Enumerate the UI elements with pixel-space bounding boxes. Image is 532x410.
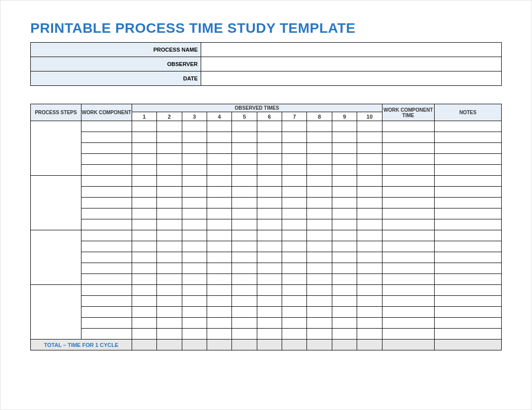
observed-time-cell[interactable] <box>232 176 257 187</box>
work-component-time-cell[interactable] <box>382 165 434 176</box>
observed-time-cell[interactable] <box>232 187 257 198</box>
observed-time-cell[interactable] <box>182 154 207 165</box>
observed-time-cell[interactable] <box>332 318 357 329</box>
observed-time-cell[interactable] <box>307 132 332 143</box>
observed-time-cell[interactable] <box>207 176 231 187</box>
process-step-cell[interactable] <box>31 176 81 230</box>
observed-time-cell[interactable] <box>257 121 282 132</box>
observed-time-cell[interactable] <box>232 230 257 241</box>
observed-time-cell[interactable] <box>132 176 156 187</box>
observed-time-cell[interactable] <box>182 208 207 219</box>
observed-time-cell[interactable] <box>132 252 156 263</box>
observed-time-cell[interactable] <box>207 274 231 285</box>
observed-time-cell[interactable] <box>257 274 282 285</box>
observed-time-cell[interactable] <box>232 307 257 318</box>
observed-time-cell[interactable] <box>157 165 182 176</box>
observed-time-cell[interactable] <box>182 296 207 307</box>
observed-time-cell[interactable] <box>257 329 282 340</box>
observed-time-cell[interactable] <box>132 198 156 208</box>
observed-time-cell[interactable] <box>332 263 357 274</box>
observed-time-cell[interactable] <box>357 187 382 198</box>
observed-time-cell[interactable] <box>207 219 231 230</box>
work-component-time-cell[interactable] <box>382 252 434 263</box>
notes-cell[interactable] <box>434 241 501 252</box>
observed-time-cell[interactable] <box>357 285 382 296</box>
observed-time-cell[interactable] <box>207 165 231 176</box>
observed-time-cell[interactable] <box>307 230 332 241</box>
observed-time-cell[interactable] <box>357 296 382 307</box>
observed-time-cell[interactable] <box>307 187 332 198</box>
observed-time-cell[interactable] <box>307 198 332 208</box>
observed-time-cell[interactable] <box>257 285 282 296</box>
observed-time-cell[interactable] <box>232 296 257 307</box>
observed-time-cell[interactable] <box>157 198 182 208</box>
observed-time-cell[interactable] <box>307 274 332 285</box>
notes-cell[interactable] <box>434 296 501 307</box>
observed-time-cell[interactable] <box>157 252 182 263</box>
observed-time-cell[interactable] <box>182 252 207 263</box>
observed-time-cell[interactable] <box>207 241 231 252</box>
notes-cell[interactable] <box>434 208 501 219</box>
observed-time-cell[interactable] <box>282 187 307 198</box>
observed-time-cell[interactable] <box>357 230 382 241</box>
observed-time-cell[interactable] <box>207 230 231 241</box>
observed-time-cell[interactable] <box>257 176 282 187</box>
observed-time-cell[interactable] <box>332 143 357 154</box>
observed-time-cell[interactable] <box>257 318 282 329</box>
observed-time-cell[interactable] <box>307 176 332 187</box>
observed-time-cell[interactable] <box>332 154 357 165</box>
observed-time-cell[interactable] <box>182 241 207 252</box>
observed-time-cell[interactable] <box>207 143 231 154</box>
observed-time-cell[interactable] <box>257 154 282 165</box>
work-component-cell[interactable] <box>81 165 132 176</box>
notes-cell[interactable] <box>434 176 501 187</box>
observed-time-cell[interactable] <box>232 208 257 219</box>
observed-time-cell[interactable] <box>257 241 282 252</box>
notes-cell[interactable] <box>434 198 501 208</box>
observed-time-cell[interactable] <box>307 219 332 230</box>
observed-time-cell[interactable] <box>232 329 257 340</box>
observed-time-cell[interactable] <box>257 143 282 154</box>
notes-cell[interactable] <box>434 230 501 241</box>
observed-time-cell[interactable] <box>257 208 282 219</box>
observed-time-cell[interactable] <box>207 187 231 198</box>
observed-time-cell[interactable] <box>257 198 282 208</box>
observed-time-cell[interactable] <box>282 198 307 208</box>
work-component-time-cell[interactable] <box>382 154 434 165</box>
observed-time-cell[interactable] <box>282 263 307 274</box>
work-component-cell[interactable] <box>81 176 132 187</box>
observed-time-cell[interactable] <box>307 143 332 154</box>
work-component-time-cell[interactable] <box>382 143 434 154</box>
work-component-cell[interactable] <box>81 198 132 208</box>
observed-time-cell[interactable] <box>357 143 382 154</box>
observed-time-cell[interactable] <box>332 208 357 219</box>
observed-time-cell[interactable] <box>332 285 357 296</box>
observed-time-cell[interactable] <box>207 329 231 340</box>
process-step-cell[interactable] <box>31 121 81 176</box>
observed-time-cell[interactable] <box>332 176 357 187</box>
observed-time-cell[interactable] <box>207 318 231 329</box>
work-component-cell[interactable] <box>81 318 132 329</box>
observed-time-cell[interactable] <box>182 176 207 187</box>
work-component-cell[interactable] <box>81 274 132 285</box>
observed-time-cell[interactable] <box>307 329 332 340</box>
observed-time-cell[interactable] <box>157 274 182 285</box>
observed-time-cell[interactable] <box>282 121 307 132</box>
observed-time-cell[interactable] <box>132 154 156 165</box>
observed-time-cell[interactable] <box>207 208 231 219</box>
notes-cell[interactable] <box>434 318 501 329</box>
observed-time-cell[interactable] <box>282 252 307 263</box>
work-component-cell[interactable] <box>81 143 132 154</box>
work-component-time-cell[interactable] <box>382 318 434 329</box>
notes-cell[interactable] <box>434 252 501 263</box>
observed-time-cell[interactable] <box>332 219 357 230</box>
notes-cell[interactable] <box>434 285 501 296</box>
observed-time-cell[interactable] <box>232 252 257 263</box>
observed-time-cell[interactable] <box>257 187 282 198</box>
notes-cell[interactable] <box>434 219 501 230</box>
work-component-time-cell[interactable] <box>382 121 434 132</box>
observed-time-cell[interactable] <box>232 318 257 329</box>
observed-time-cell[interactable] <box>132 285 156 296</box>
notes-cell[interactable] <box>434 154 501 165</box>
observed-time-cell[interactable] <box>357 132 382 143</box>
